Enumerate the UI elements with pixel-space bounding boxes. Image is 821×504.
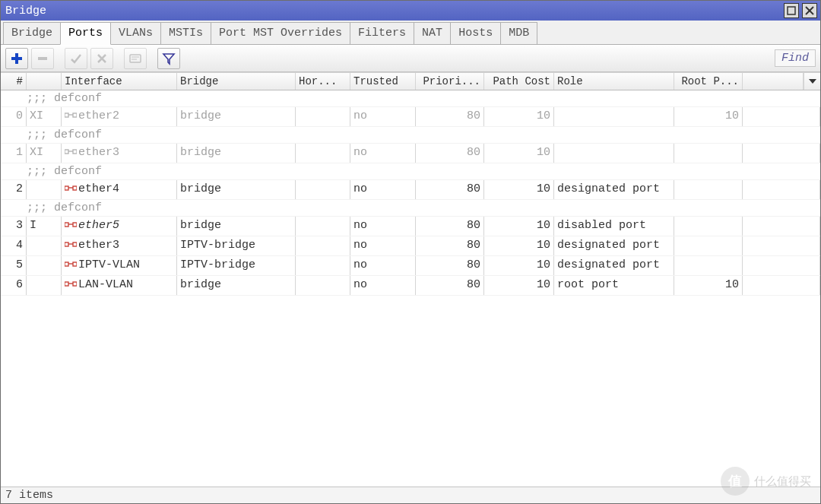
table-row[interactable]: 3Iether5bridgeno8010disabled port bbox=[1, 217, 820, 236]
svg-rect-8 bbox=[130, 55, 141, 62]
comment-row: ;;; defconf bbox=[1, 90, 820, 107]
tab-bridge[interactable]: Bridge bbox=[3, 22, 61, 44]
comment-button[interactable] bbox=[124, 48, 147, 69]
minus-icon bbox=[36, 52, 49, 65]
svg-rect-23 bbox=[73, 223, 77, 227]
svg-marker-12 bbox=[809, 79, 816, 84]
comment-row: ;;; defconf bbox=[1, 163, 820, 180]
tab-mstis[interactable]: MSTIs bbox=[160, 22, 211, 44]
tab-vlans[interactable]: VLANs bbox=[110, 22, 161, 44]
svg-rect-25 bbox=[65, 242, 68, 246]
svg-rect-20 bbox=[73, 186, 77, 190]
svg-rect-19 bbox=[65, 186, 68, 190]
tab-nat[interactable]: NAT bbox=[414, 22, 451, 44]
check-icon bbox=[69, 52, 83, 65]
svg-rect-17 bbox=[73, 150, 77, 154]
tab-port-mst-overrides[interactable]: Port MST Overrides bbox=[211, 22, 350, 44]
grid-body[interactable]: ;;; defconf0XIether2bridgeno801010;;; de… bbox=[1, 90, 820, 487]
table-row[interactable]: 6LAN-VLANbridgeno8010root port10 bbox=[1, 276, 820, 296]
disable-button[interactable] bbox=[90, 48, 113, 69]
tab-filters[interactable]: Filters bbox=[350, 22, 414, 44]
table-row[interactable]: 4ether3IPTV-bridgeno8010designated port bbox=[1, 236, 820, 256]
svg-rect-16 bbox=[65, 150, 68, 154]
item-count: 7 items bbox=[5, 489, 53, 502]
table-row[interactable]: 2ether4bridgeno8010designated port bbox=[1, 180, 820, 200]
col-rootpath[interactable]: Root P... bbox=[674, 72, 743, 90]
svg-rect-26 bbox=[73, 242, 77, 246]
svg-rect-22 bbox=[65, 223, 68, 227]
svg-rect-0 bbox=[788, 7, 795, 14]
enable-button[interactable] bbox=[65, 48, 87, 69]
svg-marker-11 bbox=[163, 54, 174, 64]
plus-icon bbox=[10, 52, 24, 65]
minimize-button[interactable] bbox=[784, 3, 799, 18]
tab-hosts[interactable]: Hosts bbox=[450, 22, 501, 44]
table-row[interactable]: 5IPTV-VLANIPTV-bridgeno8010designated po… bbox=[1, 256, 820, 276]
chevron-down-icon bbox=[809, 78, 816, 85]
find-button[interactable]: Find bbox=[775, 49, 816, 67]
remove-button[interactable] bbox=[31, 48, 54, 69]
col-bridge[interactable]: Bridge bbox=[177, 72, 296, 90]
filter-button[interactable] bbox=[157, 48, 180, 69]
tab-mdb[interactable]: MDB bbox=[500, 22, 537, 44]
tab-bar: Bridge Ports VLANs MSTIs Port MST Overri… bbox=[1, 21, 820, 45]
table-row[interactable]: 0XIether2bridgeno801010 bbox=[1, 107, 820, 127]
close-button[interactable] bbox=[802, 3, 817, 18]
ports-grid: # Interface Bridge Hor... Trusted Priori… bbox=[1, 72, 820, 487]
col-role[interactable]: Role bbox=[554, 72, 674, 90]
add-button[interactable] bbox=[5, 48, 28, 69]
toolbar: Find bbox=[1, 45, 820, 72]
status-bar: 7 items bbox=[1, 487, 820, 503]
titlebar: Bridge bbox=[1, 1, 820, 21]
col-extra bbox=[743, 72, 804, 90]
svg-rect-32 bbox=[73, 282, 77, 286]
funnel-icon bbox=[162, 52, 176, 65]
col-pathcost[interactable]: Path Cost bbox=[484, 72, 554, 90]
table-row[interactable]: 1XIether3bridgeno8010 bbox=[1, 144, 820, 163]
col-trusted[interactable]: Trusted bbox=[350, 72, 416, 90]
note-icon bbox=[128, 53, 142, 64]
col-number[interactable]: # bbox=[1, 72, 27, 90]
svg-rect-31 bbox=[65, 282, 68, 286]
columns-dropdown[interactable] bbox=[804, 72, 820, 90]
comment-row: ;;; defconf bbox=[1, 127, 820, 144]
window-title: Bridge bbox=[5, 5, 46, 17]
col-priority[interactable]: Priori... bbox=[416, 72, 484, 90]
col-flags[interactable] bbox=[27, 72, 62, 90]
svg-rect-13 bbox=[65, 113, 68, 117]
col-interface[interactable]: Interface bbox=[62, 72, 177, 90]
col-horizon[interactable]: Hor... bbox=[296, 72, 350, 90]
svg-rect-28 bbox=[65, 262, 68, 266]
x-icon bbox=[95, 52, 109, 65]
svg-rect-29 bbox=[73, 262, 77, 266]
tab-ports[interactable]: Ports bbox=[60, 22, 111, 45]
grid-header: # Interface Bridge Hor... Trusted Priori… bbox=[1, 72, 820, 90]
svg-rect-14 bbox=[73, 113, 77, 117]
comment-row: ;;; defconf bbox=[1, 200, 820, 217]
